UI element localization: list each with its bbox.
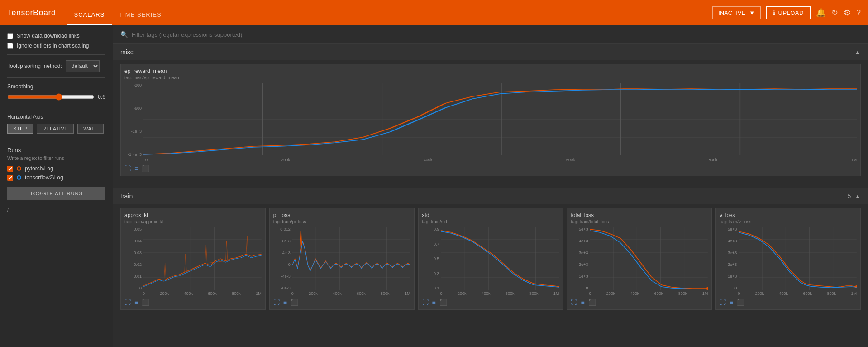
chart-ep-reward-mean: ep_reward_mean tag: misc/ep_reward_mean … <box>120 64 861 176</box>
v-loss-title: v_loss <box>720 212 857 218</box>
total-loss-x: 0200k400k600k800k1M <box>571 290 708 296</box>
run-tensorflow-dot <box>17 175 21 180</box>
haxis-wall-button[interactable]: WALL <box>77 124 104 134</box>
data-icon[interactable]: ≡ <box>134 165 138 172</box>
download-std-icon[interactable]: ⬛ <box>439 299 447 306</box>
tooltip-label: Tooltip sorting method: <box>7 63 62 69</box>
tooltip-row: Tooltip sorting method: default <box>7 60 105 72</box>
std-tag: tag: train/std <box>422 219 559 224</box>
data-std-icon[interactable]: ≡ <box>432 299 436 306</box>
topnav: TensorBoard SCALARS TIME SERIES INACTIVE… <box>0 0 868 25</box>
chart-std: std tag: train/std 0.90.70.50.30.1 <box>418 208 563 310</box>
chart-ep-reward-title: ep_reward_mean <box>124 68 857 74</box>
tab-scalars[interactable]: SCALARS <box>67 11 112 25</box>
smoothing-section: Smoothing 0.6 <box>7 83 105 101</box>
collapse-misc-icon: ▲ <box>854 48 861 56</box>
download-icon[interactable]: ⬛ <box>142 165 149 172</box>
approx-kl-actions: ⛶ ≡ ⬛ <box>124 299 262 306</box>
total-loss-tag: tag: train/total_loss <box>571 219 708 224</box>
section-misc-header[interactable]: misc ▲ <box>113 44 868 60</box>
section-train-header[interactable]: train 5 ▲ <box>113 188 868 204</box>
slash-label: / <box>7 207 105 212</box>
chart-total-loss: total_loss tag: train/total_loss 5e+34e+… <box>567 208 712 310</box>
misc-charts: ep_reward_mean tag: misc/ep_reward_mean … <box>113 60 868 187</box>
section-misc-title: misc <box>120 48 134 56</box>
run-item-tensorflow: tensorflow2\Log <box>7 174 105 181</box>
chart-ep-reward-area: -200 -600 -1e+3 -1.4e+3 <box>124 83 857 157</box>
v-loss-tag: tag: train/v_loss <box>720 219 857 224</box>
show-download-label: Show data download links <box>17 33 80 39</box>
chart-ep-reward-actions: ⛶ ≡ ⬛ <box>124 165 857 172</box>
expand-std-icon[interactable]: ⛶ <box>422 299 429 306</box>
expand-pi-loss-icon[interactable]: ⛶ <box>273 299 280 306</box>
data-pi-loss-icon[interactable]: ≡ <box>283 299 287 306</box>
topnav-right: INACTIVE ▼ ℹ UPLOAD 🔔 ↻ ⚙ ? <box>712 6 861 19</box>
info-icon: ℹ <box>773 10 776 16</box>
section-train: train 5 ▲ approx_kl tag: train/approx_kl… <box>113 188 868 317</box>
section-train-title: train <box>120 193 133 200</box>
expand-icon[interactable]: ⛶ <box>124 165 131 172</box>
topnav-tabs: SCALARS TIME SERIES <box>67 0 169 25</box>
std-title: std <box>422 212 559 218</box>
train-charts: approx_kl tag: train/approx_kl 0.050.040… <box>113 204 868 317</box>
v-loss-actions: ⛶ ≡ ⬛ <box>720 299 857 306</box>
inactive-dropdown[interactable]: INACTIVE ▼ <box>712 6 761 19</box>
runs-subtitle: Write a regex to filter runs <box>7 155 105 161</box>
run-pytorch-dot <box>17 166 21 171</box>
expand-total-loss-icon[interactable]: ⛶ <box>571 299 577 306</box>
notification-icon[interactable]: 🔔 <box>816 8 826 18</box>
tooltip-select[interactable]: default <box>66 60 100 72</box>
toggle-all-runs-button[interactable]: TOGGLE ALL RUNS <box>7 187 105 200</box>
main-content: 🔍 misc ▲ ep_reward_mean tag: misc/ep_rew… <box>113 25 868 347</box>
haxis-relative-button[interactable]: RELATIVE <box>37 124 74 134</box>
smoothing-slider[interactable] <box>7 93 94 101</box>
total-loss-actions: ⛶ ≡ ⬛ <box>571 299 708 306</box>
run-pytorch-checkbox[interactable] <box>7 166 13 172</box>
x-labels-ep-reward: 0200k400k600k800k1M <box>124 157 857 162</box>
download-pi-loss-icon[interactable]: ⬛ <box>291 299 298 306</box>
search-icon: 🔍 <box>120 31 128 38</box>
data-approx-kl-icon[interactable]: ≡ <box>134 299 138 306</box>
download-v-loss-icon[interactable]: ⬛ <box>737 299 744 306</box>
tab-time-series[interactable]: TIME SERIES <box>112 11 168 25</box>
data-total-loss-icon[interactable]: ≡ <box>581 299 584 306</box>
run-item-pytorch: pytorch\Log <box>7 165 105 172</box>
approx-kl-x: 0200k400k600k800k1M <box>124 290 262 296</box>
runs-title: Runs <box>7 147 105 154</box>
chart-pi-loss: pi_loss tag: train/pi_loss 0.0128e-34e-3… <box>269 208 415 310</box>
expand-approx-kl-icon[interactable]: ⛶ <box>124 299 131 306</box>
refresh-icon[interactable]: ↻ <box>831 8 838 18</box>
collapse-train-icon: ▲ <box>854 193 861 200</box>
pi-loss-svg <box>292 227 410 290</box>
download-approx-kl-icon[interactable]: ⬛ <box>142 299 149 306</box>
pi-loss-title: pi_loss <box>273 212 410 218</box>
v-loss-svg <box>739 227 857 290</box>
pi-loss-actions: ⛶ ≡ ⬛ <box>273 299 410 306</box>
approx-kl-svg <box>143 227 262 290</box>
total-loss-svg <box>590 227 708 290</box>
chart-approx-kl: approx_kl tag: train/approx_kl 0.050.040… <box>120 208 266 310</box>
help-icon[interactable]: ? <box>856 8 861 18</box>
filter-input[interactable] <box>132 31 861 38</box>
pi-loss-x: 0200k400k600k800k1M <box>273 290 410 296</box>
run-tensorflow-checkbox[interactable] <box>7 175 13 181</box>
main-layout: Show data download links Ignore outliers… <box>0 25 868 347</box>
std-x: 0200k400k600k800k1M <box>422 290 559 296</box>
show-download-checkbox[interactable] <box>7 33 13 39</box>
ignore-outliers-checkbox[interactable] <box>7 43 13 49</box>
y-labels-ep-reward: -200 -600 -1e+3 -1.4e+3 <box>124 83 143 157</box>
show-download-row: Show data download links <box>7 33 105 39</box>
haxis-section: Horizontal Axis STEP RELATIVE WALL <box>7 114 105 134</box>
std-y: 0.90.70.50.30.1 <box>422 227 441 290</box>
upload-button[interactable]: ℹ UPLOAD <box>766 6 811 19</box>
expand-v-loss-icon[interactable]: ⛶ <box>720 299 726 306</box>
data-v-loss-icon[interactable]: ≡ <box>730 299 733 306</box>
chart-ep-reward-svg-wrap <box>143 83 857 157</box>
smoothing-value: 0.6 <box>98 94 105 100</box>
settings-icon[interactable]: ⚙ <box>844 8 851 18</box>
run-pytorch-name: pytorch\Log <box>25 165 53 172</box>
haxis-step-button[interactable]: STEP <box>7 124 33 134</box>
download-total-loss-icon[interactable]: ⬛ <box>588 299 596 306</box>
ignore-outliers-label: Ignore outliers in chart scaling <box>17 43 89 49</box>
runs-section: Runs Write a regex to filter runs pytorc… <box>7 147 105 200</box>
